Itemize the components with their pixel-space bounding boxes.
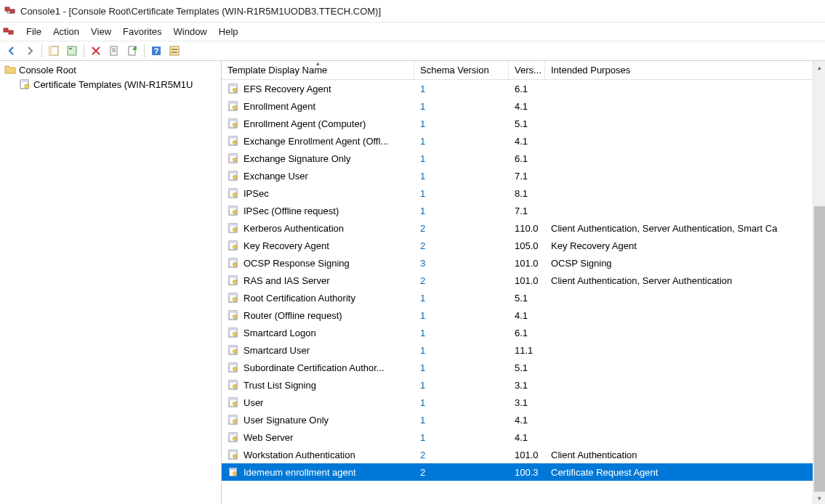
scroll-up-button[interactable]: ▴: [813, 61, 825, 73]
cell-version: 5.1: [509, 291, 545, 305]
scroll-down-button[interactable]: ▾: [813, 492, 825, 504]
menu-favorites[interactable]: Favorites: [117, 23, 167, 40]
tree-root-node[interactable]: Console Root: [1, 62, 220, 77]
svg-text:?: ?: [154, 46, 159, 55]
table-row[interactable]: OCSP Response Signing 3 101.0 OCSP Signi…: [222, 254, 825, 272]
cell-schema: 1: [414, 361, 509, 375]
menu-window[interactable]: Window: [168, 23, 213, 40]
cell-purposes: [545, 105, 825, 107]
svg-rect-3: [9, 31, 13, 34]
template-name-text: Workstation Authentication: [244, 450, 355, 460]
forward-button[interactable]: [21, 43, 39, 59]
cell-name: User: [222, 395, 414, 410]
export-button[interactable]: [124, 43, 141, 59]
tree-pane: Console Root Certificate Templates (WIN-…: [0, 61, 222, 504]
template-name-text: EFS Recovery Agent: [244, 84, 331, 94]
table-row[interactable]: Enrollment Agent 1 4.1: [222, 97, 825, 115]
cell-version: 6.1: [509, 152, 545, 166]
svg-rect-43: [229, 224, 237, 226]
cell-name: Kerberos Authentication: [222, 221, 414, 235]
table-row[interactable]: Smartcard User 1 11.1: [222, 341, 825, 359]
cell-schema: 1: [414, 169, 509, 183]
table-row[interactable]: EFS Recovery Agent 1 6.1: [222, 80, 825, 97]
help-button[interactable]: ?: [148, 43, 165, 59]
svg-rect-55: [229, 293, 237, 296]
cell-schema: 2: [414, 274, 509, 288]
table-row[interactable]: Smartcard Logon 1 6.1: [222, 324, 825, 341]
table-row[interactable]: Idemeum enrollment agent 2 100.3 Certifi…: [222, 463, 825, 481]
cell-version: 4.1: [509, 431, 545, 444]
delete-button[interactable]: [87, 43, 105, 59]
svg-point-68: [233, 367, 237, 371]
scroll-thumb[interactable]: [814, 206, 825, 497]
list-header: ▴ Template Display Name Schema Version V…: [222, 61, 825, 80]
svg-rect-25: [229, 119, 237, 121]
cell-name: IPSec (Offline request): [222, 203, 414, 218]
column-header-version[interactable]: Vers...: [509, 61, 545, 79]
table-row[interactable]: RAS and IAS Server 2 101.0 Client Authen…: [222, 272, 825, 289]
cell-schema: 2: [414, 448, 509, 462]
table-row[interactable]: Router (Offline request) 1 4.1: [222, 306, 825, 324]
svg-point-65: [233, 350, 237, 354]
cell-name: Workstation Authentication: [222, 447, 414, 462]
cell-name: Enrollment Agent (Computer): [222, 116, 414, 131]
table-row[interactable]: Kerberos Authentication 2 110.0 Client A…: [222, 219, 825, 237]
table-row[interactable]: Enrollment Agent (Computer) 1 5.1: [222, 115, 825, 132]
vertical-scrollbar[interactable]: ▴ ▾: [813, 61, 825, 504]
certificate-template-icon: [228, 100, 239, 112]
column-schema-label: Schema Version: [420, 65, 489, 76]
table-row[interactable]: Trust List Signing 1 3.1: [222, 376, 825, 394]
table-row[interactable]: User 1 3.1: [222, 394, 825, 411]
action-button[interactable]: [166, 43, 183, 59]
svg-rect-52: [229, 276, 237, 278]
table-row[interactable]: Exchange Enrollment Agent (Offl... 1 4.1: [222, 132, 825, 150]
menu-file[interactable]: File: [20, 23, 47, 40]
cell-schema: 1: [414, 117, 509, 131]
table-row[interactable]: User Signature Only 1 4.1: [222, 411, 825, 428]
back-button[interactable]: [3, 43, 20, 59]
menu-action[interactable]: Action: [47, 23, 85, 40]
column-header-purposes[interactable]: Intended Purposes: [545, 61, 825, 79]
svg-rect-22: [229, 102, 237, 104]
cell-purposes: Certificate Request Agent: [545, 466, 825, 479]
cell-purposes: Client Authentication: [545, 448, 825, 462]
table-row[interactable]: Root Certification Authority 1 5.1: [222, 289, 825, 306]
refresh-button[interactable]: [105, 43, 123, 59]
table-row[interactable]: Workstation Authentication 2 101.0 Clien…: [222, 446, 825, 463]
svg-rect-40: [229, 206, 237, 208]
menu-help[interactable]: Help: [213, 23, 244, 40]
column-header-name[interactable]: ▴ Template Display Name: [222, 61, 414, 79]
table-row[interactable]: Subordinate Certification Author... 1 5.…: [222, 359, 825, 376]
svg-rect-76: [229, 415, 237, 418]
cell-version: 4.1: [509, 99, 545, 113]
cell-purposes: [545, 436, 825, 439]
table-row[interactable]: IPSec 1 8.1: [222, 184, 825, 202]
table-row[interactable]: Exchange Signature Only 1 6.1: [222, 150, 825, 167]
menu-view[interactable]: View: [85, 23, 117, 40]
toolbar: ?: [0, 41, 825, 61]
column-header-schema[interactable]: Schema Version: [414, 61, 509, 79]
table-row[interactable]: IPSec (Offline request) 1 7.1: [222, 202, 825, 219]
menu-bar: File Action View Favorites Window Help: [0, 22, 825, 41]
svg-point-32: [233, 158, 237, 162]
table-row[interactable]: Key Recovery Agent 2 105.0 Key Recovery …: [222, 237, 825, 254]
template-name-text: Exchange User: [244, 171, 308, 182]
svg-point-17: [25, 84, 29, 89]
cell-version: 6.1: [509, 82, 545, 96]
svg-rect-34: [229, 171, 237, 174]
svg-rect-6: [68, 46, 76, 55]
tree-child-node[interactable]: Certificate Templates (WIN-R1R5M1U: [1, 77, 220, 92]
cell-schema: 1: [414, 413, 509, 427]
show-hide-tree-button[interactable]: [45, 43, 63, 59]
svg-rect-82: [229, 450, 237, 452]
cell-version: 3.1: [509, 378, 545, 392]
cell-purposes: Key Recovery Agent: [545, 239, 825, 253]
certificate-template-icon: [228, 187, 239, 199]
sort-indicator-icon: ▴: [316, 61, 320, 67]
cell-name: Exchange Enrollment Agent (Offl...: [222, 134, 414, 148]
properties-button[interactable]: [63, 43, 81, 59]
template-name-text: Exchange Signature Only: [244, 153, 350, 164]
table-row[interactable]: Web Server 1 4.1: [222, 428, 825, 446]
table-row[interactable]: Exchange User 1 7.1: [222, 167, 825, 184]
list-body[interactable]: EFS Recovery Agent 1 6.1 Enrollment Agen…: [222, 80, 825, 504]
